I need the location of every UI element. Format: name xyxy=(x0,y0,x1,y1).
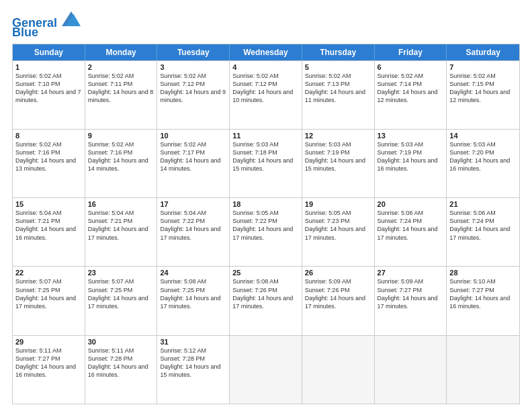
cell-sunrise: Sunrise: 5:03 AM xyxy=(232,140,299,148)
cell-daylight: Daylight: 14 hours and 17 minutes. xyxy=(160,294,226,310)
header-day-saturday: Saturday xyxy=(447,44,519,60)
day-cell-29: 29 Sunrise: 5:11 AM Sunset: 7:27 PM Dayl… xyxy=(13,336,85,404)
cell-daylight: Daylight: 14 hours and 17 minutes. xyxy=(305,294,371,310)
cell-sunrise: Sunrise: 5:02 AM xyxy=(88,72,154,80)
cell-sunrise: Sunrise: 5:06 AM xyxy=(378,209,444,217)
cell-sunrise: Sunrise: 5:04 AM xyxy=(88,209,154,217)
header-day-monday: Monday xyxy=(85,44,158,60)
day-cell-17: 17 Sunrise: 5:04 AM Sunset: 7:22 PM Dayl… xyxy=(157,198,230,266)
cell-sunrise: Sunrise: 5:07 AM xyxy=(15,277,82,285)
day-cell-21: 21 Sunrise: 5:06 AM Sunset: 7:24 PM Dayl… xyxy=(447,198,519,266)
day-cell-6: 6 Sunrise: 5:02 AM Sunset: 7:14 PM Dayli… xyxy=(375,61,447,129)
calendar-week-5: 29 Sunrise: 5:11 AM Sunset: 7:27 PM Dayl… xyxy=(13,335,519,404)
day-cell-2: 2 Sunrise: 5:02 AM Sunset: 7:11 PM Dayli… xyxy=(85,61,158,129)
cell-sunset: Sunset: 7:16 PM xyxy=(88,148,154,156)
cell-daylight: Daylight: 14 hours and 17 minutes. xyxy=(378,225,444,241)
cell-sunset: Sunset: 7:11 PM xyxy=(88,80,154,88)
cell-daylight: Daylight: 14 hours and 12 minutes. xyxy=(378,88,444,104)
cell-sunrise: Sunrise: 5:02 AM xyxy=(160,72,226,80)
day-number: 30 xyxy=(88,338,154,346)
empty-cell xyxy=(375,336,447,404)
cell-daylight: Daylight: 14 hours and 14 minutes. xyxy=(160,156,226,173)
cell-daylight: Daylight: 14 hours and 12 minutes. xyxy=(449,88,517,104)
cell-daylight: Daylight: 14 hours and 17 minutes. xyxy=(378,294,444,310)
cell-daylight: Daylight: 14 hours and 9 minutes. xyxy=(160,88,226,104)
page: General Blue SundayMondayTuesdayWednesda… xyxy=(0,0,532,411)
cell-sunset: Sunset: 7:19 PM xyxy=(378,148,444,156)
cell-sunrise: Sunrise: 5:03 AM xyxy=(305,140,371,148)
day-cell-27: 27 Sunrise: 5:09 AM Sunset: 7:27 PM Dayl… xyxy=(375,267,447,334)
day-number: 10 xyxy=(160,132,226,140)
cell-daylight: Daylight: 14 hours and 13 minutes. xyxy=(15,156,82,173)
cell-sunset: Sunset: 7:21 PM xyxy=(88,217,154,225)
calendar-week-2: 8 Sunrise: 5:02 AM Sunset: 7:16 PM Dayli… xyxy=(13,129,519,197)
cell-daylight: Daylight: 14 hours and 17 minutes. xyxy=(232,225,299,241)
cell-sunset: Sunset: 7:23 PM xyxy=(305,217,371,225)
cell-sunrise: Sunrise: 5:05 AM xyxy=(232,209,299,217)
cell-sunrise: Sunrise: 5:03 AM xyxy=(449,140,517,148)
cell-sunrise: Sunrise: 5:02 AM xyxy=(378,72,444,80)
cell-sunrise: Sunrise: 5:11 AM xyxy=(15,347,82,355)
cell-sunset: Sunset: 7:12 PM xyxy=(232,80,299,88)
cell-sunrise: Sunrise: 5:12 AM xyxy=(160,347,226,355)
cell-daylight: Daylight: 14 hours and 14 minutes. xyxy=(88,156,154,173)
day-number: 26 xyxy=(305,269,371,277)
cell-sunrise: Sunrise: 5:09 AM xyxy=(305,277,371,285)
cell-daylight: Daylight: 14 hours and 16 minutes. xyxy=(449,294,517,310)
cell-daylight: Daylight: 14 hours and 15 minutes. xyxy=(305,156,371,173)
day-cell-22: 22 Sunrise: 5:07 AM Sunset: 7:25 PM Dayl… xyxy=(13,267,85,334)
cell-sunset: Sunset: 7:27 PM xyxy=(449,286,517,294)
cell-sunset: Sunset: 7:13 PM xyxy=(305,80,371,88)
cell-sunset: Sunset: 7:26 PM xyxy=(305,286,371,294)
cell-daylight: Daylight: 14 hours and 16 minutes. xyxy=(15,363,82,379)
cell-sunrise: Sunrise: 5:02 AM xyxy=(15,140,82,148)
day-number: 7 xyxy=(449,63,517,71)
calendar-week-3: 15 Sunrise: 5:04 AM Sunset: 7:21 PM Dayl… xyxy=(13,197,519,266)
day-number: 2 xyxy=(88,63,154,71)
empty-cell xyxy=(447,336,519,404)
calendar-week-4: 22 Sunrise: 5:07 AM Sunset: 7:25 PM Dayl… xyxy=(13,266,519,334)
header: General Blue xyxy=(12,11,520,40)
day-cell-4: 4 Sunrise: 5:02 AM Sunset: 7:12 PM Dayli… xyxy=(230,61,302,129)
day-number: 21 xyxy=(449,200,517,208)
day-number: 31 xyxy=(160,338,226,346)
day-cell-5: 5 Sunrise: 5:02 AM Sunset: 7:13 PM Dayli… xyxy=(302,61,375,129)
cell-sunset: Sunset: 7:22 PM xyxy=(160,217,226,225)
day-number: 17 xyxy=(160,200,226,208)
cell-sunset: Sunset: 7:27 PM xyxy=(378,286,444,294)
cell-sunset: Sunset: 7:26 PM xyxy=(232,286,299,294)
day-cell-8: 8 Sunrise: 5:02 AM Sunset: 7:16 PM Dayli… xyxy=(13,130,85,197)
day-cell-13: 13 Sunrise: 5:03 AM Sunset: 7:19 PM Dayl… xyxy=(375,130,447,197)
cell-sunset: Sunset: 7:25 PM xyxy=(160,286,226,294)
day-number: 19 xyxy=(305,200,371,208)
cell-sunset: Sunset: 7:25 PM xyxy=(15,286,82,294)
day-number: 3 xyxy=(160,63,226,71)
cell-daylight: Daylight: 14 hours and 17 minutes. xyxy=(160,225,226,241)
cell-sunrise: Sunrise: 5:08 AM xyxy=(160,277,226,285)
header-day-tuesday: Tuesday xyxy=(157,44,230,60)
cell-sunrise: Sunrise: 5:04 AM xyxy=(15,209,82,217)
cell-daylight: Daylight: 14 hours and 11 minutes. xyxy=(305,88,371,104)
cell-sunrise: Sunrise: 5:09 AM xyxy=(378,277,444,285)
cell-daylight: Daylight: 14 hours and 15 minutes. xyxy=(160,363,226,379)
day-cell-25: 25 Sunrise: 5:08 AM Sunset: 7:26 PM Dayl… xyxy=(230,267,302,334)
day-cell-18: 18 Sunrise: 5:05 AM Sunset: 7:22 PM Dayl… xyxy=(230,198,302,266)
empty-cell xyxy=(230,336,302,404)
cell-daylight: Daylight: 14 hours and 8 minutes. xyxy=(88,88,154,104)
day-cell-23: 23 Sunrise: 5:07 AM Sunset: 7:25 PM Dayl… xyxy=(85,267,158,334)
cell-sunset: Sunset: 7:17 PM xyxy=(160,148,226,156)
cell-daylight: Daylight: 14 hours and 16 minutes. xyxy=(15,225,82,241)
calendar-header: SundayMondayTuesdayWednesdayThursdayFrid… xyxy=(13,44,519,60)
cell-sunrise: Sunrise: 5:02 AM xyxy=(88,140,154,148)
day-number: 24 xyxy=(160,269,226,277)
logo: General Blue xyxy=(12,13,81,40)
cell-sunset: Sunset: 7:15 PM xyxy=(449,80,517,88)
day-cell-12: 12 Sunrise: 5:03 AM Sunset: 7:19 PM Dayl… xyxy=(302,130,375,197)
header-day-wednesday: Wednesday xyxy=(230,44,302,60)
day-number: 11 xyxy=(232,132,299,140)
day-cell-26: 26 Sunrise: 5:09 AM Sunset: 7:26 PM Dayl… xyxy=(302,267,375,334)
cell-sunset: Sunset: 7:28 PM xyxy=(88,355,154,363)
cell-sunrise: Sunrise: 5:02 AM xyxy=(232,72,299,80)
empty-cell xyxy=(302,336,375,404)
cell-sunset: Sunset: 7:10 PM xyxy=(15,80,82,88)
